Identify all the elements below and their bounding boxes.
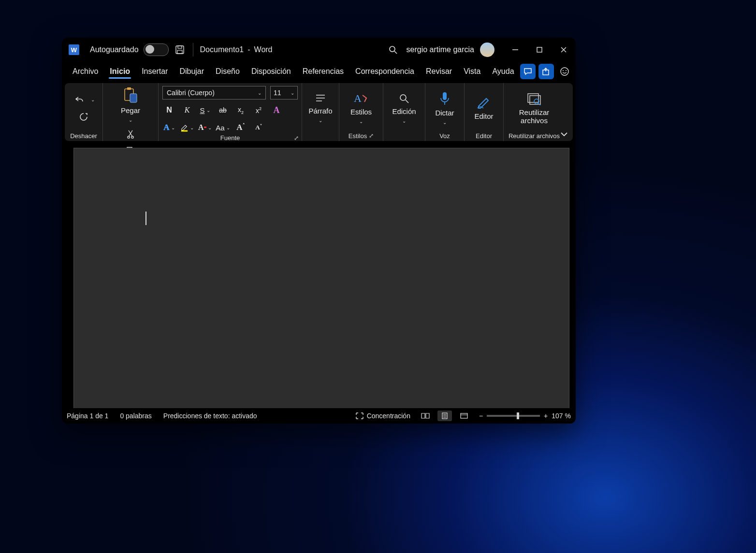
search-button[interactable] xyxy=(388,45,398,55)
status-bar: Página 1 de 1 0 palabras Predicciones de… xyxy=(62,408,576,424)
font-size-combo[interactable]: 11⌄ xyxy=(270,86,298,99)
bold-button[interactable]: N xyxy=(162,103,176,117)
text-effects-button[interactable]: A xyxy=(270,103,283,117)
svg-rect-20 xyxy=(181,130,188,132)
svg-line-26 xyxy=(406,100,408,103)
styles-dialog-launcher[interactable]: ⤢ xyxy=(369,132,374,139)
page-indicator[interactable]: Página 1 de 1 xyxy=(67,412,108,420)
svg-rect-2 xyxy=(177,50,182,54)
tab-inicio[interactable]: Inicio xyxy=(104,64,136,79)
font-dialog-launcher[interactable]: ⤢ xyxy=(294,135,299,142)
styles-button[interactable]: A Estilos ⌄ xyxy=(345,91,378,125)
document-page[interactable] xyxy=(73,148,569,408)
feedback-button[interactable] xyxy=(557,64,572,79)
maximize-button[interactable] xyxy=(527,38,552,62)
svg-rect-15 xyxy=(130,94,137,102)
tab-correspondencia[interactable]: Correspondencia xyxy=(349,64,420,79)
font-name-combo[interactable]: Calibri (Cuerpo)⌄ xyxy=(162,86,266,99)
svg-rect-6 xyxy=(537,47,542,52)
font-color-button[interactable]: A⌄ xyxy=(198,121,212,134)
styles-group-label: Estilos xyxy=(349,132,367,140)
autosave-toggle[interactable] xyxy=(144,43,169,56)
strikethrough-button[interactable]: ab xyxy=(216,103,230,117)
editor-button[interactable]: Editor xyxy=(467,95,500,121)
svg-point-12 xyxy=(566,70,567,71)
reuse-files-button[interactable]: Reutilizar archivos xyxy=(508,91,561,126)
superscript-button[interactable]: x2 xyxy=(252,103,265,117)
undo-dropdown[interactable]: ⌄ xyxy=(91,97,95,102)
italic-button[interactable]: K xyxy=(180,103,194,117)
change-case-button[interactable]: Aa⌄ xyxy=(216,121,230,134)
tab-insertar[interactable]: Insertar xyxy=(136,64,174,79)
highlight-button[interactable]: ⌄ xyxy=(180,121,194,134)
svg-text:A: A xyxy=(354,92,362,104)
editing-button[interactable]: Edición ⌄ xyxy=(388,92,421,125)
dictate-button[interactable]: Dictar ⌄ xyxy=(428,90,461,126)
minimize-button[interactable] xyxy=(503,38,527,62)
underline-button[interactable]: S⌄ xyxy=(198,103,212,117)
svg-line-4 xyxy=(394,51,397,54)
svg-rect-14 xyxy=(127,87,131,90)
grow-font-button[interactable]: A˄ xyxy=(234,121,247,134)
tab-referencias[interactable]: Referencias xyxy=(297,64,349,79)
svg-rect-27 xyxy=(443,92,447,100)
print-layout-button[interactable] xyxy=(437,411,452,421)
close-button[interactable] xyxy=(552,38,576,62)
tab-dibujar[interactable]: Dibujar xyxy=(174,64,210,79)
autosave-label: Autoguardado xyxy=(90,45,139,54)
tab-diseno[interactable]: Diseño xyxy=(210,64,246,79)
app-name: Word xyxy=(254,45,273,54)
save-button[interactable] xyxy=(174,45,186,55)
account-button[interactable]: sergio artime garcia xyxy=(407,43,495,57)
tab-vista[interactable]: Vista xyxy=(458,64,486,79)
title-bar: W Autoguardado Documento1 - Word sergio … xyxy=(62,38,576,62)
ribbon-tabs: Archivo Inicio Insertar Dibujar Diseño D… xyxy=(62,62,576,81)
svg-rect-36 xyxy=(461,413,467,418)
font-group-label: Fuente xyxy=(220,134,240,142)
editor-group-label: Editor xyxy=(476,130,492,141)
share-button[interactable] xyxy=(538,64,554,79)
svg-point-10 xyxy=(561,68,568,75)
paste-button[interactable]: Pegar ⌄ xyxy=(114,86,147,124)
svg-point-3 xyxy=(390,46,395,52)
cut-button[interactable] xyxy=(124,128,137,141)
undo-button[interactable] xyxy=(73,93,87,106)
focus-mode-button[interactable]: Concentración xyxy=(355,412,410,420)
zoom-level[interactable]: 107 % xyxy=(552,412,571,420)
undo-group-label: Deshacer xyxy=(70,130,97,141)
document-area[interactable] xyxy=(62,148,576,408)
svg-point-25 xyxy=(400,95,406,100)
zoom-slider[interactable] xyxy=(487,415,540,417)
tab-ayuda[interactable]: Ayuda xyxy=(486,64,520,79)
zoom-in-button[interactable]: + xyxy=(544,412,548,420)
svg-rect-0 xyxy=(176,46,184,54)
document-name: Documento1 xyxy=(200,45,244,54)
ribbon: ⌄ Deshacer Pegar ⌄ xyxy=(65,83,573,141)
word-count[interactable]: 0 palabras xyxy=(120,412,151,420)
text-predictions[interactable]: Predicciones de texto: activado xyxy=(163,412,257,420)
redo-button[interactable] xyxy=(77,110,90,124)
zoom-out-button[interactable]: − xyxy=(479,412,483,420)
read-mode-button[interactable] xyxy=(418,411,433,421)
font-color-outline-button[interactable]: A⌄ xyxy=(162,121,176,134)
reuse-group-label: Reutilizar archivos xyxy=(509,130,560,141)
voice-group-label: Voz xyxy=(439,130,450,141)
text-cursor xyxy=(145,212,146,225)
subscript-button[interactable]: x2 xyxy=(234,103,247,117)
tab-archivo[interactable]: Archivo xyxy=(67,64,104,79)
tab-disposicion[interactable]: Disposición xyxy=(246,64,297,79)
avatar xyxy=(480,43,494,57)
svg-point-11 xyxy=(563,70,564,71)
collapse-ribbon-button[interactable] xyxy=(560,131,568,137)
web-layout-button[interactable] xyxy=(457,411,471,421)
word-window: W Autoguardado Documento1 - Word sergio … xyxy=(62,38,576,424)
paragraph-button[interactable]: Párrafo ⌄ xyxy=(304,92,337,124)
document-title[interactable]: Documento1 - Word xyxy=(200,45,273,54)
comments-button[interactable] xyxy=(520,64,536,79)
user-name: sergio artime garcia xyxy=(407,45,475,54)
svg-rect-1 xyxy=(178,46,182,48)
tab-revisar[interactable]: Revisar xyxy=(420,64,458,79)
word-app-icon: W xyxy=(69,44,79,55)
shrink-font-button[interactable]: A˅ xyxy=(252,121,265,134)
